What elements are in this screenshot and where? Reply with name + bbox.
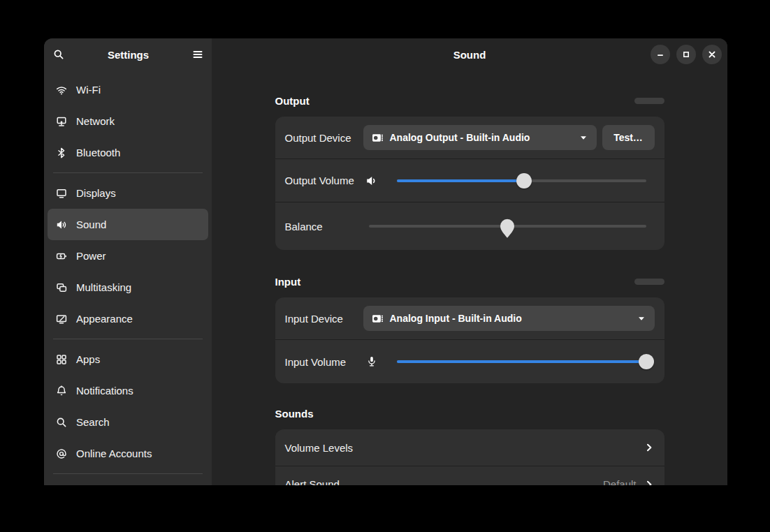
sidebar-divider	[53, 339, 203, 339]
sidebar-item-label: Online Accounts	[76, 448, 152, 459]
sidebar-item-label: Sound	[76, 219, 106, 230]
sidebar-divider	[53, 172, 203, 173]
sidebar-header: Settings	[44, 38, 212, 71]
minimize-icon	[655, 50, 665, 59]
sidebar-item-search[interactable]: Search	[48, 406, 208, 438]
output-volume-slider-handle[interactable]	[516, 173, 532, 189]
sidebar-item-wifi[interactable]: Wi-Fi	[48, 74, 208, 105]
speaker-icon	[363, 175, 380, 187]
volume-levels-row[interactable]: Volume Levels	[275, 429, 664, 466]
minimize-button[interactable]	[651, 45, 670, 64]
output-volume-label: Output Volume	[285, 175, 363, 186]
sidebar-nav: Wi-Fi Network Bluetooth Displays Sound	[44, 71, 212, 478]
input-volume-row: Input Volume	[275, 339, 664, 383]
balance-row: Balance	[275, 202, 664, 250]
appearance-icon	[56, 313, 67, 325]
sidebar-item-displays[interactable]: Displays	[48, 177, 208, 209]
maximize-button[interactable]	[676, 45, 696, 64]
input-device-row: Input Device Analog Input - Built-in Aud…	[275, 297, 664, 339]
search-icon	[53, 49, 64, 60]
input-card: Input Device Analog Input - Built-in Aud…	[275, 297, 664, 383]
sidebar-item-label: Bluetooth	[76, 147, 120, 158]
page-title: Sound	[453, 49, 486, 61]
power-icon	[56, 251, 67, 262]
apps-icon	[56, 354, 67, 365]
sidebar-item-label: Notifications	[76, 385, 133, 397]
notifications-icon	[56, 385, 67, 397]
network-icon	[56, 116, 67, 127]
output-device-row: Output Device Analog Output - Built-in A…	[275, 117, 664, 158]
input-device-dropdown[interactable]: Analog Input - Built-in Audio	[363, 306, 655, 331]
sidebar-item-appearance[interactable]: Appearance	[48, 303, 208, 334]
sounds-heading: Sounds	[275, 408, 314, 420]
microphone-icon	[363, 355, 380, 368]
sidebar-item-label: Appearance	[76, 313, 133, 325]
input-device-label: Input Device	[285, 313, 358, 325]
sidebar-item-bluetooth[interactable]: Bluetooth	[48, 137, 208, 168]
volume-levels-label: Volume Levels	[285, 442, 354, 454]
chevron-down-icon	[637, 313, 646, 323]
sidebar-item-sound[interactable]: Sound	[48, 209, 208, 240]
close-button[interactable]	[702, 45, 722, 64]
input-volume-slider-handle[interactable]	[639, 354, 654, 369]
sounds-section: Sounds Volume Levels Alert Sound	[275, 407, 664, 485]
sidebar-item-apps[interactable]: Apps	[48, 343, 208, 375]
maximize-icon	[681, 50, 691, 59]
wifi-icon	[56, 84, 67, 96]
sidebar-divider	[53, 473, 203, 474]
slider-fill	[397, 360, 646, 363]
search-button[interactable]	[48, 44, 69, 65]
sidebar-item-multitasking[interactable]: Multitasking	[48, 272, 208, 303]
test-speakers-button[interactable]: Test…	[602, 125, 655, 150]
chevron-right-icon	[644, 479, 655, 486]
input-heading: Input	[275, 276, 301, 288]
output-device-value: Analog Output - Built-in Audio	[390, 132, 530, 143]
output-section: Output Output Device Analog Output - Bui…	[275, 94, 664, 250]
content-scroll-area[interactable]: Output Output Device Analog Output - Bui…	[212, 71, 727, 485]
soundcard-icon	[372, 132, 384, 144]
output-heading: Output	[275, 95, 310, 107]
sidebar-item-network[interactable]: Network	[48, 105, 208, 137]
sidebar-item-power[interactable]: Power	[48, 240, 208, 272]
input-section: Input Input Device Analog Input - Built-…	[275, 275, 664, 383]
output-device-label: Output Device	[285, 132, 358, 144]
input-level-indicator	[634, 279, 664, 285]
slider-fill	[397, 179, 524, 182]
close-icon	[707, 50, 717, 59]
sidebar-item-label: Power	[76, 250, 106, 262]
output-volume-slider[interactable]	[397, 179, 646, 182]
alert-sound-row[interactable]: Alert Sound Default	[275, 466, 664, 485]
balance-slider[interactable]	[369, 225, 646, 228]
sidebar-item-label: Apps	[76, 353, 100, 365]
output-volume-row: Output Volume	[275, 158, 664, 202]
bluetooth-icon	[56, 147, 67, 158]
main-panel: Sound Output	[212, 38, 727, 485]
header-bar: Sound	[212, 38, 727, 71]
alert-sound-label: Alert Sound	[285, 478, 340, 485]
window-controls	[651, 45, 722, 64]
alert-sound-value: Default	[603, 478, 637, 485]
input-volume-slider[interactable]	[397, 360, 646, 363]
settings-window: Settings Wi-Fi Network Bluetooth	[44, 38, 727, 485]
sidebar-item-label: Network	[76, 115, 115, 127]
sidebar: Settings Wi-Fi Network Bluetooth	[44, 38, 212, 485]
chevron-down-icon	[579, 133, 588, 142]
main-menu-button[interactable]	[187, 44, 208, 65]
soundcard-icon	[372, 313, 384, 325]
input-volume-label: Input Volume	[285, 356, 363, 368]
sidebar-title: Settings	[69, 49, 187, 61]
sidebar-item-label: Displays	[76, 187, 116, 199]
sidebar-item-online-accounts[interactable]: Online Accounts	[48, 438, 208, 469]
online-accounts-icon	[56, 448, 67, 459]
output-device-dropdown[interactable]: Analog Output - Built-in Audio	[363, 125, 597, 150]
displays-icon	[56, 188, 67, 199]
output-card: Output Device Analog Output - Built-in A…	[275, 117, 664, 250]
output-level-indicator	[634, 98, 664, 104]
sidebar-item-notifications[interactable]: Notifications	[48, 375, 208, 406]
sounds-card: Volume Levels Alert Sound Default	[275, 429, 664, 485]
sidebar-item-label: Search	[76, 416, 110, 428]
sidebar-item-label: Wi-Fi	[76, 84, 101, 96]
sound-icon	[56, 219, 67, 230]
multitasking-icon	[56, 282, 67, 293]
balance-slider-handle[interactable]	[500, 219, 516, 239]
